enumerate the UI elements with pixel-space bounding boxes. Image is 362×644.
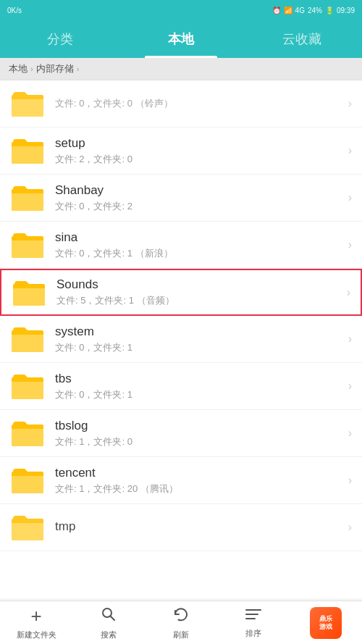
folder-icon: [10, 419, 45, 448]
file-meta: 文件: 0，文件夹: 1: [55, 341, 342, 354]
wifi-icon: 📶: [284, 7, 292, 14]
status-bar: 0K/s ⏰ 📶 4G 24% 🔋 09:39: [0, 0, 362, 20]
file-info: tbs 文件: 0，文件夹: 1: [55, 372, 342, 401]
breadcrumb-arrow-2: ›: [77, 64, 80, 73]
file-name: tbs: [55, 372, 342, 386]
list-item[interactable]: setup 文件: 2，文件夹: 0 ›: [0, 127, 362, 175]
folder-icon: [10, 513, 45, 542]
breadcrumb-arrow-1: ›: [30, 64, 33, 73]
file-info: Shanbay 文件: 0，文件夹: 2: [55, 183, 342, 213]
nav-refresh-label: 刷新: [173, 630, 189, 640]
list-item[interactable]: sina 文件: 0，文件夹: 1 （新浪） ›: [0, 222, 362, 269]
file-meta: 文件: 0，文件夹: 1 （新浪）: [55, 247, 342, 260]
list-item[interactable]: tencent 文件: 1，文件夹: 20 （腾讯） ›: [0, 457, 362, 504]
alarm-icon: ⏰: [272, 7, 281, 14]
bottom-nav: + 新建文件夹 搜索 刷新 排序: [0, 601, 362, 644]
tab-bar: 分类 本地 云收藏: [0, 20, 362, 58]
battery-level: 24%: [308, 7, 322, 14]
file-name: Sounds: [56, 277, 341, 292]
nav-refresh[interactable]: 刷新: [145, 601, 217, 644]
breadcrumb-internal[interactable]: 内部存储: [36, 62, 74, 75]
search-icon: [100, 606, 117, 627]
nav-search[interactable]: 搜索: [72, 601, 145, 644]
breadcrumb: 本地 › 内部存储 ›: [0, 58, 362, 80]
tab-cloud[interactable]: 云收藏: [241, 20, 362, 58]
signal-icon: 4G: [295, 7, 305, 14]
file-info: tencent 文件: 1，文件夹: 20 （腾讯）: [55, 466, 342, 495]
status-speed: 0K/s: [7, 7, 22, 14]
file-name: system: [55, 325, 342, 339]
list-item-sounds[interactable]: Sounds 文件: 5，文件夹: 1 （音频） ›: [0, 269, 362, 316]
file-info: system 文件: 0，文件夹: 1: [55, 325, 342, 354]
folder-icon: [10, 89, 45, 118]
chevron-icon: ›: [347, 286, 350, 299]
file-name: tencent: [55, 466, 342, 480]
nav-sort[interactable]: 排序: [217, 601, 290, 644]
file-info: tmp: [55, 519, 342, 536]
folder-icon: [10, 136, 45, 165]
file-meta: 文件: 5，文件夹: 1 （音频）: [56, 294, 341, 307]
nav-search-label: 搜索: [101, 630, 117, 640]
file-info: Sounds 文件: 5，文件夹: 1 （音频）: [56, 277, 341, 307]
svg-line-1: [111, 616, 115, 620]
file-name: tbslog: [55, 419, 342, 433]
new-folder-icon: +: [30, 605, 41, 627]
chevron-icon: ›: [348, 380, 352, 393]
file-meta: 文件: 1，文件夹: 20 （腾讯）: [55, 482, 342, 495]
file-info: sina 文件: 0，文件夹: 1 （新浪）: [55, 230, 342, 260]
nav-sort-label: 排序: [245, 628, 261, 639]
file-meta: 文件: 0，文件夹: 1: [55, 388, 342, 401]
chevron-icon: ›: [348, 474, 352, 487]
refresh-icon: [172, 606, 190, 627]
file-name: setup: [55, 136, 342, 151]
chevron-icon: ›: [348, 333, 352, 346]
nav-new-folder-label: 新建文件夹: [17, 630, 56, 640]
tab-local[interactable]: 本地: [121, 20, 242, 58]
folder-icon: [10, 325, 45, 354]
file-info: setup 文件: 2，文件夹: 0: [55, 136, 342, 166]
file-meta: 文件: 2，文件夹: 0: [55, 153, 342, 166]
folder-icon: [10, 372, 45, 401]
file-info: 文件: 0，文件夹: 0 （铃声）: [55, 97, 342, 110]
folder-icon: [10, 183, 45, 212]
file-name: Shanbay: [55, 183, 342, 198]
chevron-icon: ›: [348, 144, 352, 157]
breadcrumb-local[interactable]: 本地: [9, 62, 28, 75]
list-item[interactable]: 文件: 0，文件夹: 0 （铃声） ›: [0, 80, 362, 127]
chevron-icon: ›: [348, 97, 352, 110]
nav-new-folder[interactable]: + 新建文件夹: [0, 601, 72, 644]
nav-brand[interactable]: 鼎乐游戏: [290, 601, 362, 644]
list-item[interactable]: tbs 文件: 0，文件夹: 1 ›: [0, 363, 362, 410]
list-item[interactable]: Shanbay 文件: 0，文件夹: 2 ›: [0, 175, 362, 222]
list-item[interactable]: system 文件: 0，文件夹: 1 ›: [0, 316, 362, 363]
chevron-icon: ›: [348, 191, 352, 204]
status-icons: ⏰ 📶 4G 24% 🔋 09:39: [272, 7, 355, 14]
file-list: 文件: 0，文件夹: 0 （铃声） › setup 文件: 2，文件夹: 0 ›…: [0, 80, 362, 598]
folder-icon: [12, 278, 46, 307]
file-name: sina: [55, 230, 342, 245]
folder-icon: [10, 466, 45, 495]
tab-classify[interactable]: 分类: [0, 20, 121, 58]
chevron-icon: ›: [348, 427, 352, 440]
battery-icon: 🔋: [325, 7, 334, 14]
sort-icon: [245, 607, 262, 626]
file-name: tmp: [55, 519, 342, 534]
time: 09:39: [337, 7, 355, 14]
chevron-icon: ›: [348, 238, 352, 251]
list-item[interactable]: tmp ›: [0, 504, 362, 551]
list-item[interactable]: tbslog 文件: 1，文件夹: 0 ›: [0, 410, 362, 457]
file-meta: 文件: 0，文件夹: 0 （铃声）: [55, 97, 342, 110]
file-meta: 文件: 1，文件夹: 0: [55, 435, 342, 448]
chevron-icon: ›: [348, 521, 352, 534]
folder-icon: [10, 230, 45, 259]
file-meta: 文件: 0，文件夹: 2: [55, 200, 342, 213]
file-info: tbslog 文件: 1，文件夹: 0: [55, 419, 342, 448]
brand-logo: 鼎乐游戏: [310, 607, 342, 639]
